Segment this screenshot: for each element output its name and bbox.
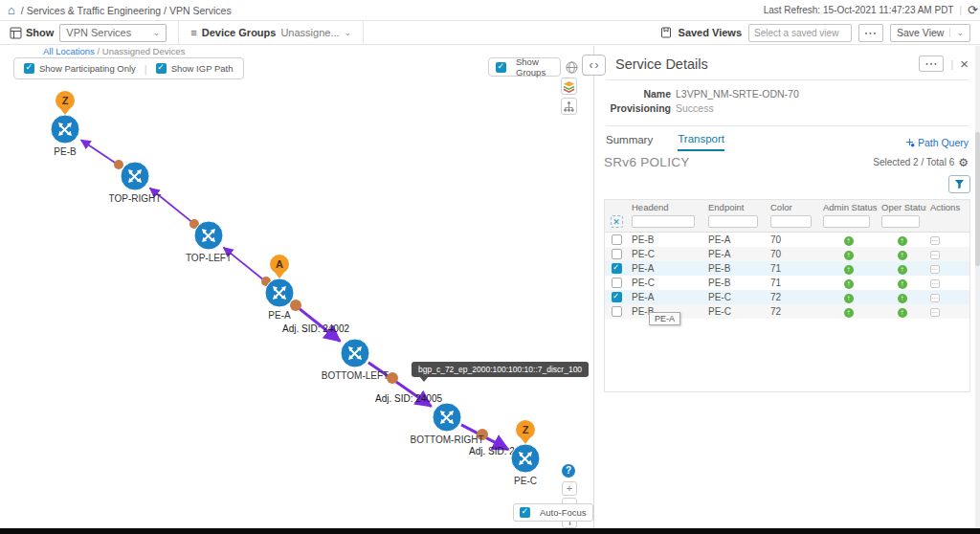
layers-icon	[563, 80, 575, 93]
filter-input-endpoint[interactable]	[708, 215, 758, 228]
help-button[interactable]: ?	[562, 464, 575, 478]
device-node-pe-a[interactable]: APE-A	[241, 278, 318, 321]
column-header-endpoint[interactable]: Endpoint	[704, 202, 767, 212]
checkbox-checked-icon	[520, 507, 530, 518]
device-node-bottom-right[interactable]: BOTTOM-RIGHT	[409, 402, 485, 445]
row-actions-button[interactable]: ⋯	[930, 265, 940, 274]
panel-collapse-button[interactable]: ‹›	[582, 55, 606, 76]
row-checkbox[interactable]	[612, 292, 622, 302]
auto-focus-label: Auto-Focus	[540, 507, 587, 518]
filter-button[interactable]	[948, 175, 970, 193]
color-cell: 71	[767, 263, 819, 274]
hamburger-icon: ≡	[190, 27, 196, 38]
row-actions-button[interactable]: ⋯	[930, 251, 940, 259]
panel-more-button[interactable]: ⋯	[919, 56, 944, 72]
device-node-top-left[interactable]: TOP-LEFT	[170, 220, 247, 263]
row-checkbox[interactable]	[612, 278, 622, 288]
row-actions-button[interactable]: ⋯	[930, 294, 940, 302]
row-checkbox[interactable]	[612, 234, 622, 245]
router-icon	[432, 402, 462, 433]
show-icon	[10, 27, 22, 39]
table-row[interactable]: PE-BPE-A70↑↑⋯	[605, 233, 969, 247]
close-icon[interactable]: ×	[960, 56, 969, 72]
tab-transport[interactable]: Transport	[678, 133, 724, 151]
refresh-icon[interactable]: ⟳	[968, 3, 978, 17]
tab-summary[interactable]: Summary	[606, 134, 653, 150]
zoom-in-button[interactable]: +	[562, 481, 577, 496]
table-row[interactable]: PE-CPE-A70↑↑⋯	[605, 247, 969, 261]
policy-table-header: Headend Endpoint Color Admin Status Oper…	[605, 200, 969, 233]
location-root-link[interactable]: All Locations	[43, 46, 95, 56]
column-header-oper-status[interactable]: Oper Status	[878, 202, 926, 212]
device-node-pe-c[interactable]: ZPE-C	[487, 443, 564, 486]
device-node-pe-b[interactable]: ZPE-B	[27, 114, 103, 157]
row-actions-button[interactable]: ⋯	[930, 236, 940, 245]
scrollbar-thumb[interactable]	[975, 132, 980, 266]
breadcrumb[interactable]: / Services & Traffic Engineering / VPN S…	[21, 5, 232, 16]
headend-cell: PE-B	[628, 234, 704, 245]
layers-button[interactable]	[561, 78, 577, 95]
filter-input-oper-status[interactable]	[881, 215, 920, 228]
path-query-icon	[904, 137, 915, 147]
column-header-admin-status[interactable]: Admin Status	[819, 202, 878, 212]
device-node-top-right[interactable]: TOP-RIGHT	[97, 161, 173, 204]
node-label: TOP-RIGHT	[97, 193, 173, 204]
headend-cell: PE-A	[628, 263, 704, 274]
column-header-color[interactable]: Color	[767, 202, 819, 212]
oper-status-cell: ↑	[878, 306, 926, 318]
saved-views-more-button[interactable]: ⋯	[858, 24, 883, 42]
service-name-value: L3VPN_NM-SRTE-ODN-70	[676, 88, 799, 100]
hierarchy-button[interactable]	[561, 98, 577, 115]
gear-icon[interactable]: ⚙	[958, 156, 969, 169]
auto-focus-checkbox[interactable]: Auto-Focus	[513, 503, 593, 522]
device-node-bottom-left[interactable]: BOTTOM-LEFT	[317, 338, 393, 381]
filter-input-admin-status[interactable]	[823, 215, 870, 228]
admin-status-cell: ↑	[819, 306, 878, 318]
policy-table-body: PE-BPE-A70↑↑⋯PE-CPE-A70↑↑⋯PE-APE-B71↑↑⋯P…	[605, 233, 969, 319]
oper-status-cell: ↑	[878, 249, 926, 260]
home-icon[interactable]: ⌂	[8, 4, 15, 16]
chevron-down-icon: ⌄	[153, 28, 161, 37]
show-select[interactable]: VPN Services ⌄	[59, 24, 167, 42]
panel-scrollbar[interactable]	[975, 46, 980, 528]
node-label: PE-C	[487, 476, 564, 486]
deselect-all-icon[interactable]: ✕	[611, 215, 623, 228]
row-checkbox[interactable]	[612, 263, 622, 274]
endpoint-pin-z: Z	[56, 91, 75, 110]
row-actions-button[interactable]: ⋯	[930, 308, 940, 317]
table-row[interactable]: PE-APE-B71↑↑⋯	[605, 261, 969, 276]
row-actions-button[interactable]: ⋯	[930, 279, 940, 288]
show-groups-checkbox[interactable]: Show Groups	[488, 57, 561, 77]
endpoint-cell: PE-B	[704, 263, 767, 274]
oper-status-cell: ↑	[878, 263, 926, 275]
status-up-icon: ↑	[898, 308, 907, 318]
oper-status-cell: ↑	[878, 234, 926, 246]
row-checkbox[interactable]	[612, 249, 622, 259]
saved-view-input[interactable]	[748, 24, 852, 42]
row-checkbox[interactable]	[612, 306, 622, 317]
column-header-actions[interactable]: Actions	[926, 202, 969, 212]
column-header-headend[interactable]: Headend	[628, 202, 704, 212]
path-query-link[interactable]: Path Query	[904, 137, 969, 148]
checkbox-checked-icon	[156, 63, 167, 74]
show-igp-path-checkbox[interactable]: Show IGP Path	[156, 63, 234, 74]
saved-views-icon	[660, 27, 672, 38]
globe-view-button[interactable]	[566, 58, 578, 76]
show-participating-checkbox[interactable]: Show Participating Only	[24, 63, 136, 74]
filter-input-color[interactable]	[770, 215, 812, 228]
headend-cell: PE-A	[628, 292, 704, 302]
topology-map[interactable]: All Locations / Unassigned Devices Show …	[0, 46, 593, 528]
admin-status-cell: ↑	[819, 234, 878, 246]
filter-input-headend[interactable]	[632, 215, 695, 228]
table-row[interactable]: PE-CPE-B71↑↑⋯	[605, 276, 969, 290]
device-groups-control[interactable]: ≡ Device Groups Unassigne... ⌄	[178, 21, 364, 45]
last-refresh-text: Last Refresh: 15-Oct-2021 11:47:23 AM PD…	[764, 5, 954, 15]
bottom-bar	[0, 528, 980, 534]
status-up-icon: ↑	[844, 265, 854, 275]
saved-views-label: Saved Views	[679, 27, 742, 38]
table-row[interactable]: PE-APE-C72↑↑⋯	[605, 290, 969, 304]
actions-cell: ⋯	[926, 234, 969, 245]
headend-cell: PE-C	[628, 278, 704, 288]
save-view-button[interactable]: Save View ⌄	[890, 24, 970, 42]
admin-status-cell: ↑	[819, 249, 878, 260]
